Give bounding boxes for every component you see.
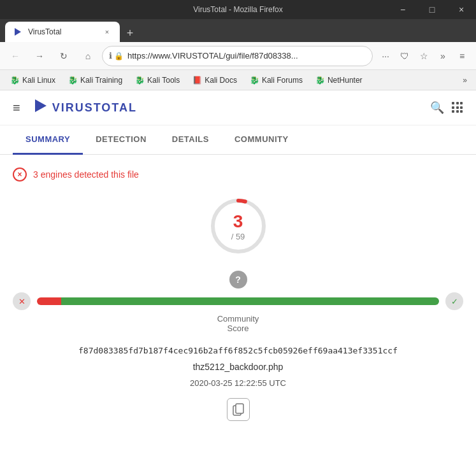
thumbs-up-icon: ✓ <box>451 297 458 306</box>
svg-marker-1 <box>35 99 47 112</box>
tab-community[interactable]: COMMUNITY <box>222 125 301 155</box>
file-info-section: f87d083385fd7b187f4cec916b2aff6f852c5fcb… <box>13 346 463 421</box>
tab-details[interactable]: DETAILS <box>159 125 222 155</box>
copy-button[interactable] <box>227 398 250 421</box>
refresh-button[interactable]: ↻ <box>54 46 74 66</box>
vt-logo-text: VIRUSTOTAL <box>52 101 137 115</box>
lock-icon: 🔒 <box>114 52 124 61</box>
new-tab-button[interactable]: + <box>121 24 139 42</box>
vt-nav: SUMMARY DETECTION DETAILS COMMUNITY <box>0 125 476 155</box>
url-bar[interactable]: ℹ 🔒 https://www.VIRUSTOTAL/gui/file/f87d… <box>102 46 373 66</box>
svg-rect-5 <box>236 404 243 413</box>
vt-header: ≡ VIRUSTOTAL 🔍 <box>0 90 476 125</box>
extensions-icon[interactable]: » <box>434 47 452 65</box>
tab-close-button[interactable]: × <box>102 27 112 37</box>
bar-positive <box>61 297 439 305</box>
bar-negative <box>37 297 61 305</box>
vt-header-icons: 🔍 <box>430 101 463 115</box>
kali-docs-icon: 📕 <box>192 76 202 85</box>
kali-linux-icon: 🐉 <box>10 76 20 85</box>
info-icon: ℹ <box>109 51 112 61</box>
bookmark-kali-linux[interactable]: 🐉 Kali Linux <box>5 73 61 87</box>
more-options-button[interactable]: ··· <box>377 47 394 65</box>
home-button[interactable]: ⌂ <box>78 46 98 66</box>
forward-button[interactable]: → <box>29 46 50 66</box>
gauge-inner: 3 / 59 <box>231 211 245 241</box>
gauge-circle: 3 / 59 <box>206 194 270 258</box>
file-name: thz5212_backdoor.php <box>13 362 463 372</box>
security-indicator: ℹ 🔒 <box>109 51 124 61</box>
bookmark-kali-tools[interactable]: 🐉 Kali Tools <box>130 73 185 87</box>
community-label: Community Score <box>217 314 259 333</box>
close-button[interactable]: × <box>447 0 476 19</box>
file-date: 2020-03-25 12:22:55 UTC <box>13 378 463 388</box>
community-score-section: ? ✕ ✓ Community Score <box>13 271 463 333</box>
bookmark-label: Kali Tools <box>147 76 180 85</box>
community-bar <box>37 297 439 305</box>
community-question-badge: ? <box>229 271 247 289</box>
detection-gauge: 3 / 59 <box>13 194 463 258</box>
bookmarks-bar: 🐉 Kali Linux 🐉 Kali Training 🐉 Kali Tool… <box>0 70 476 90</box>
active-tab[interactable]: VirusTotal × <box>5 22 120 42</box>
shield-icon[interactable]: 🛡 <box>396 47 414 65</box>
address-bar: ← → ↻ ⌂ ℹ 🔒 https://www.VIRUSTOTAL/gui/f… <box>0 42 476 70</box>
tab-label: VirusTotal <box>28 27 61 36</box>
bookmark-star-icon[interactable]: ☆ <box>415 47 433 65</box>
detection-alert: × 3 engines detected this file <box>13 167 463 182</box>
bookmark-label: Kali Linux <box>22 76 55 85</box>
url-text: https://www.VIRUSTOTAL/gui/file/f87d0833… <box>127 51 366 61</box>
bookmark-label: Kali Forums <box>262 76 303 85</box>
file-hash: f87d083385fd7b187f4cec916b2aff6f852c5fcb… <box>13 346 463 355</box>
bookmark-label: Kali Docs <box>205 76 237 85</box>
browser-title: VirusTotal - Mozilla Firefox <box>193 5 282 14</box>
gauge-number: 3 <box>231 211 245 232</box>
tab-detection[interactable]: DETECTION <box>83 125 159 155</box>
svg-marker-0 <box>15 28 21 36</box>
kali-forums-icon: 🐉 <box>250 76 259 85</box>
vt-main-content: × 3 engines detected this file 3 / 59 ? <box>0 155 476 434</box>
bookmark-nethunter[interactable]: 🐉 NetHunter <box>310 73 368 87</box>
grid-icon <box>452 102 463 113</box>
virustotal-app: ≡ VIRUSTOTAL 🔍 SU <box>0 90 476 449</box>
maximize-button[interactable]: □ <box>417 0 447 19</box>
hamburger-menu-button[interactable]: ≡ <box>13 101 20 115</box>
community-bar-wrap: ✕ ✓ <box>13 292 463 310</box>
bookmark-kali-training[interactable]: 🐉 Kali Training <box>63 73 127 87</box>
kali-tools-icon: 🐉 <box>135 76 145 85</box>
tab-summary[interactable]: SUMMARY <box>13 125 83 155</box>
bookmark-kali-forums[interactable]: 🐉 Kali Forums <box>245 73 308 87</box>
bookmarks-more-button[interactable]: » <box>459 73 471 87</box>
alert-icon: × <box>13 167 27 182</box>
nethunter-icon: 🐉 <box>315 76 325 85</box>
bookmark-kali-docs[interactable]: 📕 Kali Docs <box>187 73 242 87</box>
thumbs-down-button[interactable]: ✕ <box>13 292 31 310</box>
browser-title-bar: VirusTotal - Mozilla Firefox − □ × <box>0 0 476 19</box>
browser-tab-bar: VirusTotal × + <box>0 19 476 42</box>
alert-text: 3 engines detected this file <box>33 169 139 180</box>
back-button[interactable]: ← <box>5 46 25 66</box>
bookmark-label: Kali Training <box>80 76 122 85</box>
minimize-button[interactable]: − <box>388 0 417 19</box>
vt-logo-icon <box>33 98 48 117</box>
address-bar-icons: ··· 🛡 ☆ » ≡ <box>377 47 471 65</box>
browser-menu-button[interactable]: ≡ <box>453 47 471 65</box>
kali-training-icon: 🐉 <box>68 76 78 85</box>
vt-logo-area: ≡ VIRUSTOTAL <box>13 98 137 117</box>
bookmark-label: NetHunter <box>328 76 363 85</box>
thumbs-up-button[interactable]: ✓ <box>445 292 463 310</box>
thumbs-down-icon: ✕ <box>18 297 25 306</box>
gauge-denominator: / 59 <box>231 232 245 241</box>
copy-icon-svg <box>233 403 244 416</box>
apps-grid-button[interactable] <box>452 102 463 113</box>
vt-logo: VIRUSTOTAL <box>33 98 137 117</box>
search-button[interactable]: 🔍 <box>430 101 444 115</box>
tab-favicon <box>13 27 23 37</box>
copy-icon-wrap <box>13 398 463 421</box>
